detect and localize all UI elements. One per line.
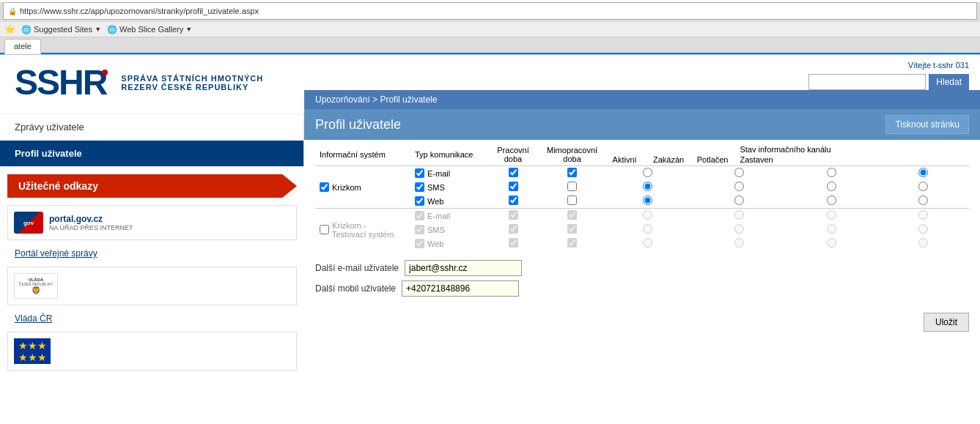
red-dot [102, 70, 108, 75]
th-suppressed: Potlačen [694, 155, 731, 164]
dropdown-arrow-icon: ▼ [95, 26, 101, 33]
content-header: Profil uživatele Tisknout stránku [304, 109, 980, 140]
krizkom-active-checkbox[interactable] [320, 182, 329, 192]
useful-links-header: Užitečné odkazy [7, 174, 297, 198]
url-text: https://www.sshr.cz/app/upozornovaní/str… [20, 7, 259, 15]
email-input[interactable] [405, 260, 522, 276]
krizkom-sms-off-cb[interactable] [567, 182, 577, 191]
breadcrumb-parent[interactable]: Upozorňování [315, 94, 370, 105]
dropdown-arrow2-icon: ▼ [185, 26, 192, 33]
krizkom-label: Krizkom [332, 183, 361, 192]
nav-item-messages[interactable]: Zprávy uživatele [0, 114, 303, 141]
krizkom-web-work-cb[interactable] [509, 196, 518, 205]
portal-gov-logo: gov [14, 212, 43, 234]
channel-web: Web [410, 194, 484, 209]
action-bar: Uložit [304, 307, 980, 338]
profile-table: Informační systém Typ komunikace Pracovn… [315, 144, 969, 250]
tagline: SPRÁVA STÁTNÍCH HMOTNÝCH REZERV ČESKÉ RE… [121, 74, 290, 92]
logo-section: SSHR SPRÁVA STÁTNÍCH HMOTNÝCH REZERV ČES… [15, 62, 290, 103]
table-row: Web [315, 237, 969, 250]
th-banned: Zakázán [650, 155, 687, 164]
krizkom-test-email-banned-r [693, 209, 785, 223]
browser-toolbar: ⭐ 🌐 Suggested Sites ▼ 🌐 Web Slice Galler… [0, 22, 980, 37]
krizkom-web-checkbox[interactable] [415, 196, 424, 206]
mobil-label: Další mobil uživatele [315, 283, 396, 294]
star-icon: ⭐ [4, 24, 15, 34]
th-info-system: Informační systém [315, 144, 410, 166]
krizkom-test-active-checkbox[interactable] [320, 225, 329, 234]
krizkom-email-stopped-radio [877, 166, 969, 181]
krizkom-web-label: Web [427, 197, 443, 206]
krizkom-web-banned-radio [693, 194, 785, 209]
krizkom-sms-off [542, 180, 602, 194]
krizkom-email-off [542, 166, 602, 181]
table-row: SMS [315, 223, 969, 237]
krizkom-sms-active-radio [602, 180, 693, 194]
vlada-link-box[interactable]: VLÁDA ČESKÉ REPUBLIKY 🦁 [7, 267, 297, 305]
krizkom-email-label: E-mail [427, 169, 450, 178]
krizkom-email-checkbox[interactable] [415, 168, 424, 178]
channel-sms-test: SMS [410, 223, 484, 237]
sshr-logo: SSHR [15, 62, 106, 103]
table-wrapper: Informační systém Typ komunikace Pracovn… [304, 140, 980, 254]
portal-gov-text: portal.gov.cz NA ÚŘAD PŘES INTERNET [49, 214, 133, 231]
krizkom-sms-work-cb[interactable] [509, 182, 518, 191]
eu-link-box[interactable]: ★★★★★★ [7, 332, 297, 371]
suggested-sites[interactable]: 🌐 Suggested Sites ▼ [21, 25, 101, 34]
page-wrapper: SSHR SPRÁVA STÁTNÍCH HMOTNÝCH REZERV ČES… [0, 55, 980, 424]
krizkom-email-suppressed-radio [786, 166, 877, 181]
vlada-logo: VLÁDA ČESKÉ REPUBLIKY 🦁 [14, 273, 58, 299]
e-icon: 🌐 [21, 25, 32, 34]
krizkom-test-email-suppressed-r [786, 209, 877, 223]
krizkom-web-off-cb[interactable] [567, 196, 577, 205]
mobil-form-row: Další mobil uživatele [315, 280, 969, 297]
krizkom-sms-suppressed-radio [786, 180, 877, 194]
krizkom-web-active-r[interactable] [643, 196, 652, 205]
main-content: Vítejte t-sshr 031 Hledat Upozorňování >… [304, 55, 980, 424]
table-row: SMS [315, 180, 969, 194]
nav-item-profile[interactable]: Profil uživatele [0, 141, 303, 167]
krizkom-test-email-off [542, 209, 602, 223]
channel-web-test: Web [410, 237, 484, 250]
vlada-cr-link[interactable]: Vláda ČR [7, 311, 297, 326]
sidebar: SSHR SPRÁVA STÁTNÍCH HMOTNÝCH REZERV ČES… [0, 55, 304, 424]
table-header-row: Informační systém Typ komunikace Pracovn… [315, 144, 969, 166]
channel-email: E-mail [410, 166, 484, 181]
email-form-row: Další e-mail uživatele [315, 260, 969, 276]
sidebar-nav: Zprávy uživatele Profil uživatele [0, 114, 304, 167]
tab-bar: atele [0, 37, 980, 54]
krizkom-test-email-checkbox[interactable] [415, 211, 424, 220]
search-input[interactable] [808, 74, 926, 90]
portal-verejne-spravy-link[interactable]: Portál veřejné správy [7, 246, 297, 261]
krizkom-test-email-stopped-r [877, 209, 969, 223]
search-bar: Hledat [808, 74, 969, 90]
active-tab[interactable]: atele [4, 39, 41, 54]
krizkom-email-work-cb[interactable] [509, 168, 518, 177]
krizkom-sms-stopped-radio [877, 180, 969, 194]
browser-chrome: 🔒 https://www.sshr.cz/app/upozornovaní/s… [0, 2, 980, 55]
krizkom-web-active-radio [602, 194, 693, 209]
th-stopped: Zastaven [738, 155, 775, 164]
krizkom-web-off [542, 194, 602, 209]
channel-email-test: E-mail [410, 209, 484, 223]
krizkom-web-stopped-radio [877, 194, 969, 209]
mobil-input[interactable] [402, 280, 519, 297]
save-button[interactable]: Uložit [924, 313, 969, 332]
eu-logo: ★★★★★★ [14, 338, 51, 364]
krizkom-email-off-cb[interactable] [567, 168, 577, 177]
table-row: Krizkom -Testovací systém E-mail [315, 209, 969, 223]
form-section: Další e-mail uživatele Další mobil uživa… [304, 254, 980, 307]
web-slice-gallery[interactable]: 🌐 Web Slice Gallery ▼ [107, 25, 192, 34]
krizkom-web-work [484, 194, 542, 209]
system-name-krizkom-test: Krizkom -Testovací systém [315, 209, 410, 251]
portal-link-box[interactable]: gov portal.gov.cz NA ÚŘAD PŘES INTERNET [7, 205, 297, 240]
search-button[interactable]: Hledat [929, 74, 969, 90]
krizkom-sms-checkbox[interactable] [415, 182, 424, 192]
krizkom-test-label: Krizkom -Testovací systém [332, 221, 394, 239]
th-work-hours: Pracovní doba [484, 144, 542, 166]
print-button[interactable]: Tisknout stránku [885, 115, 969, 134]
channel-sms: SMS [410, 180, 484, 194]
address-bar[interactable]: 🔒 https://www.sshr.cz/app/upozornovaní/s… [3, 2, 977, 20]
th-off-hours: Mimopracovní doba [542, 144, 602, 166]
page-title: Profil uživatele [315, 117, 401, 133]
